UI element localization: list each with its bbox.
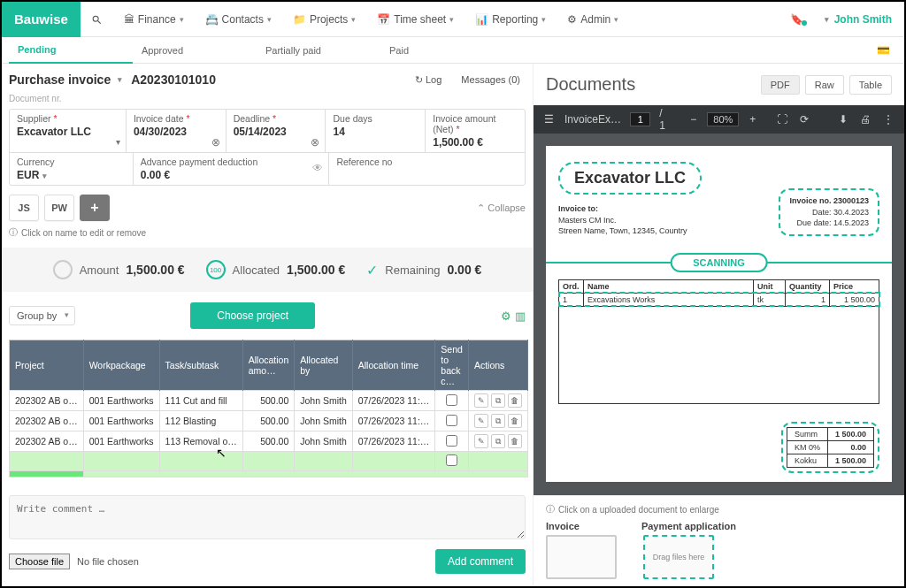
nav-contacts[interactable]: 📇Contacts▾ <box>195 2 282 37</box>
col-workpackage[interactable]: Workpackage <box>83 340 159 391</box>
field-currency[interactable]: Currency EUR ▾ <box>10 153 134 185</box>
notification-icon[interactable]: 🔖 <box>781 13 812 26</box>
add-comment-button[interactable]: Add comment <box>435 549 526 574</box>
choose-file-button[interactable]: Choose file <box>9 554 70 569</box>
field-due-days[interactable]: Due days 14 <box>326 110 426 152</box>
rotate-icon[interactable]: ⟳ <box>798 111 810 127</box>
tab-approved[interactable]: Approved <box>133 37 257 64</box>
send-checkbox[interactable] <box>446 394 457 406</box>
doc-type-invoice: Invoice <box>546 521 580 531</box>
nav-timesheet[interactable]: 📅Time sheet▾ <box>366 2 465 37</box>
pdf-invoice-meta: Invoice no. 23000123 Date: 30.4.2023 Due… <box>779 188 879 236</box>
user-menu[interactable]: ▾John Smith <box>812 13 904 26</box>
field-invoice-date[interactable]: Invoice date * 04/30/2023 ⊗ <box>127 110 226 152</box>
field-supplier[interactable]: Supplier * Excavator LLC ▾ <box>10 110 127 152</box>
pdf-company: Excavator LLC <box>558 162 702 195</box>
pdf-totals: Summ1 500.00 KM 0%0.00 Kokku1 500.00 <box>781 422 879 473</box>
send-checkbox[interactable] <box>446 454 457 466</box>
pdf-items-table: Ord. Name Unit Quantity Price 1 Excavati… <box>558 279 879 404</box>
zoom-out-icon[interactable]: − <box>688 111 698 127</box>
folder-icon: 📁 <box>293 13 306 26</box>
nav-projects[interactable]: 📁Projects▾ <box>282 2 366 37</box>
info-icon: ⓘ <box>9 226 18 239</box>
choose-project-button[interactable]: Choose project <box>190 302 315 329</box>
document-nr-label: Document nr. <box>9 92 526 109</box>
calendar-icon: 📅 <box>377 13 390 26</box>
page-input[interactable]: 1 <box>630 112 650 126</box>
check-icon: ✓ <box>366 262 378 279</box>
delete-icon[interactable]: 🗑 <box>508 393 522 408</box>
field-advance[interactable]: Advance payment deduction 0.00 € 👁 <box>134 153 330 185</box>
payment-dropzone[interactable]: Drag files here <box>643 535 714 579</box>
invoice-thumbnail[interactable] <box>546 535 617 579</box>
zoom-in-icon[interactable]: + <box>748 111 757 127</box>
menu-icon[interactable]: ☰ <box>542 111 556 127</box>
approver-avatar-1[interactable]: JS <box>9 195 39 221</box>
table-row[interactable]: 202302 AB o…001 Earthworks113 Removal o…… <box>10 431 528 452</box>
col-by[interactable]: Allocated by <box>295 340 353 391</box>
col-actions[interactable]: Actions <box>468 340 527 391</box>
col-project[interactable]: Project <box>10 340 84 391</box>
edit-hint: ⓘClick on name to edit or remove <box>9 226 526 239</box>
clear-icon[interactable]: ⊗ <box>311 136 319 149</box>
brand-logo[interactable]: Bauwise <box>2 2 81 37</box>
messages-link[interactable]: Messages (0) <box>456 74 526 85</box>
edit-icon[interactable]: ✎ <box>474 393 488 408</box>
col-send[interactable]: Send to back c… <box>435 340 469 391</box>
approver-avatar-2[interactable]: PW <box>44 195 74 221</box>
edit-icon[interactable]: ✎ <box>474 434 488 448</box>
gear-icon: ⚙ <box>567 13 577 26</box>
zoom-level[interactable]: 80% <box>707 112 739 126</box>
copy-icon[interactable]: ⧉ <box>491 434 505 448</box>
field-reference[interactable]: Reference no <box>329 153 525 185</box>
view-pdf[interactable]: PDF <box>761 75 800 95</box>
delete-icon[interactable]: 🗑 <box>508 434 522 448</box>
field-invoice-amount[interactable]: Invoice amount (Net) * 1,500.00 € <box>426 110 525 152</box>
tab-paid[interactable]: Paid <box>380 37 504 64</box>
pdf-filename: InvoiceEx… <box>564 113 621 126</box>
print-icon[interactable]: 🖨 <box>858 111 872 127</box>
invoice-type-select[interactable]: Purchase invoice▾ <box>9 73 122 87</box>
chart-icon: 📊 <box>475 13 488 26</box>
search-icon[interactable] <box>81 12 113 25</box>
settings-icon[interactable]: ⚙ <box>501 309 511 323</box>
log-link[interactable]: ↻ Log <box>410 74 447 86</box>
comment-input[interactable] <box>9 495 526 539</box>
send-checkbox[interactable] <box>446 435 457 447</box>
doc-type-payment: Payment application <box>641 521 736 531</box>
contacts-icon: 📇 <box>205 13 219 26</box>
clear-icon[interactable]: ⊗ <box>211 136 220 149</box>
no-file-label: No file chosen <box>77 556 139 567</box>
edit-icon[interactable]: ✎ <box>474 414 488 428</box>
card-icon[interactable]: 💳 <box>870 44 897 57</box>
field-deadline[interactable]: Deadline * 05/14/2023 ⊗ <box>226 110 326 152</box>
documents-title: Documents <box>546 74 635 95</box>
pdf-document[interactable]: Excavator LLC Invoice to: Masters CM Inc… <box>546 146 892 482</box>
col-time[interactable]: Allocation time <box>352 340 435 391</box>
enlarge-hint: ⓘClick on a uploaded document to enlarge <box>546 503 892 515</box>
table-row[interactable]: 202302 AB o…001 Earthworks112 Blasting50… <box>10 411 528 431</box>
view-table[interactable]: Table <box>849 75 892 95</box>
copy-icon[interactable]: ⧉ <box>491 414 505 428</box>
allocation-table: Project Workpackage Task/subtask Allocat… <box>9 340 528 477</box>
columns-icon[interactable]: ▥ <box>515 309 526 323</box>
nav-admin[interactable]: ⚙Admin▾ <box>557 2 629 37</box>
col-amount[interactable]: Allocation amo… <box>242 340 295 391</box>
col-task[interactable]: Task/subtask <box>159 340 242 391</box>
eye-icon[interactable]: 👁 <box>312 162 323 174</box>
tab-partially-paid[interactable]: Partially paid <box>257 37 380 64</box>
download-icon[interactable]: ⬇ <box>837 111 849 127</box>
more-icon[interactable]: ⋮ <box>881 111 895 127</box>
delete-icon[interactable]: 🗑 <box>508 414 522 428</box>
view-raw[interactable]: Raw <box>805 75 844 95</box>
tab-pending[interactable]: Pending <box>9 37 133 64</box>
add-approver-button[interactable]: + <box>80 195 110 221</box>
group-by-select[interactable]: Group by ▾ <box>9 306 75 325</box>
fit-icon[interactable]: ⛶ <box>775 111 789 127</box>
copy-icon[interactable]: ⧉ <box>491 393 505 408</box>
table-row[interactable]: 202302 AB o…001 Earthworks111 Cut and fi… <box>10 391 528 411</box>
collapse-link[interactable]: ⌃ Collapse <box>477 202 526 214</box>
nav-finance[interactable]: 🏛Finance▾ <box>113 2 195 37</box>
nav-reporting[interactable]: 📊Reporting▾ <box>465 2 557 37</box>
send-checkbox[interactable] <box>446 415 457 426</box>
